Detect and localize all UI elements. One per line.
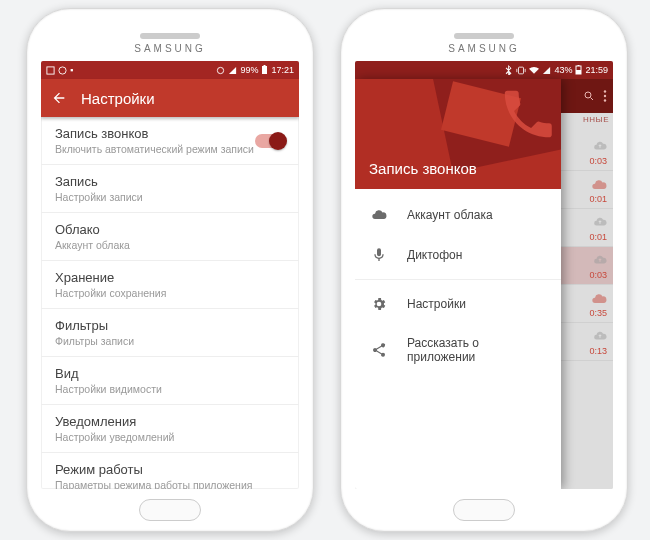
arrow-left-icon <box>51 90 67 106</box>
call-log-row[interactable]: 0:03 <box>559 247 613 285</box>
setting-title: Облако <box>55 222 285 237</box>
appbar: Настройки <box>41 79 299 117</box>
drawer-title: Запись звонков <box>369 160 477 177</box>
call-log-row[interactable]: 0:35 <box>559 285 613 323</box>
statusbar-right-icons: 43% 21:59 <box>505 65 608 75</box>
earpiece <box>140 33 200 39</box>
setting-row[interactable]: Режим работыПараметры режима работы прил… <box>41 453 299 489</box>
svg-point-10 <box>604 90 606 92</box>
settings-list[interactable]: Запись звонковВключить автоматический ре… <box>41 117 299 489</box>
svg-rect-4 <box>264 65 266 66</box>
duration-text: 0:03 <box>589 156 607 166</box>
svg-rect-5 <box>519 67 524 74</box>
setting-subtitle: Настройки уведомлений <box>55 431 285 443</box>
setting-subtitle: Включить автоматический режим записи <box>55 143 285 155</box>
setting-row[interactable]: ОблакоАккаунт облака <box>41 213 299 261</box>
alarm-icon <box>216 66 225 75</box>
screen-right: 43% 21:59 ННЫЕ 0:030:010:010:030:350:13 … <box>355 61 613 489</box>
setting-subtitle: Настройки сохранения <box>55 287 285 299</box>
clock-text: 17:21 <box>271 65 294 75</box>
appbar-title: Настройки <box>81 90 155 107</box>
divider <box>355 279 561 280</box>
share-icon <box>371 342 387 358</box>
call-log-row[interactable]: 0:01 <box>559 171 613 209</box>
svg-point-9 <box>585 92 591 98</box>
setting-title: Запись <box>55 174 285 189</box>
phone-handset-icon <box>497 83 559 145</box>
drawer-item-label: Настройки <box>407 297 466 311</box>
search-icon[interactable] <box>583 90 595 102</box>
statusbar-left-icons: ▪ <box>46 65 73 75</box>
setting-title: Вид <box>55 366 285 381</box>
setting-row[interactable]: ЗаписьНастройки записи <box>41 165 299 213</box>
duration-text: 0:01 <box>589 232 607 242</box>
setting-row[interactable]: ФильтрыФильтры записи <box>41 309 299 357</box>
brand-label: SAMSUNG <box>341 43 627 54</box>
statusbar: ▪ 99% 17:21 <box>41 61 299 79</box>
svg-rect-3 <box>262 66 267 74</box>
notif-icon <box>58 66 67 75</box>
setting-title: Уведомления <box>55 414 285 429</box>
battery-icon <box>575 65 582 75</box>
setting-subtitle: Фильтры записи <box>55 335 285 347</box>
setting-row[interactable]: ВидНастройки видимости <box>41 357 299 405</box>
signal-icon <box>228 66 237 75</box>
call-log-list-background: ННЫЕ 0:030:010:010:030:350:13 <box>559 79 613 489</box>
svg-rect-0 <box>47 66 54 73</box>
duration-text: 0:01 <box>589 194 607 204</box>
cloud-icon <box>371 207 387 223</box>
nav-drawer: Запись звонков Аккаунт облакаДиктофонНас… <box>355 79 561 489</box>
battery-text: 99% <box>240 65 258 75</box>
setting-title: Режим работы <box>55 462 285 477</box>
back-button[interactable] <box>51 90 67 106</box>
call-log-row[interactable]: 0:03 <box>559 133 613 171</box>
gear-icon <box>371 296 387 312</box>
setting-row[interactable]: ХранениеНастройки сохранения <box>41 261 299 309</box>
svg-rect-7 <box>576 70 581 74</box>
drawer-item-label: Диктофон <box>407 248 462 262</box>
setting-subtitle: Аккаунт облака <box>55 239 285 251</box>
svg-point-12 <box>604 99 606 101</box>
call-log-row[interactable]: 0:01 <box>559 209 613 247</box>
notif-icon <box>46 66 55 75</box>
svg-point-2 <box>218 67 224 73</box>
overflow-icon[interactable] <box>603 90 607 102</box>
drawer-item-label: Рассказать о приложении <box>407 336 545 364</box>
phone-frame-left: SAMSUNG ▪ 99% 17:21 Настройки Запись зво… <box>26 8 314 532</box>
wifi-icon <box>529 66 539 75</box>
home-button[interactable] <box>139 499 201 521</box>
brand-label: SAMSUNG <box>27 43 313 54</box>
signal-icon <box>542 66 551 75</box>
svg-point-1 <box>59 66 66 73</box>
battery-icon <box>261 65 268 75</box>
setting-title: Хранение <box>55 270 285 285</box>
toggle-switch[interactable] <box>255 134 285 148</box>
clock-text: 21:59 <box>585 65 608 75</box>
drawer-item[interactable]: Аккаунт облака <box>355 195 561 235</box>
setting-row[interactable]: УведомленияНастройки уведомлений <box>41 405 299 453</box>
setting-title: Запись звонков <box>55 126 285 141</box>
setting-subtitle: Настройки видимости <box>55 383 285 395</box>
drawer-item[interactable]: Диктофон <box>355 235 561 275</box>
drawer-item[interactable]: Настройки <box>355 284 561 324</box>
svg-rect-8 <box>578 65 580 66</box>
duration-text: 0:13 <box>589 346 607 356</box>
appbar-background <box>559 79 613 113</box>
screen-left: ▪ 99% 17:21 Настройки Запись звонковВклю… <box>41 61 299 489</box>
setting-subtitle: Настройки записи <box>55 191 285 203</box>
battery-text: 43% <box>554 65 572 75</box>
phone-frame-right: SAMSUNG 43% 21:59 ННЫЕ 0:030:010:010:030… <box>340 8 628 532</box>
earpiece <box>454 33 514 39</box>
mic-icon <box>371 247 387 263</box>
home-button[interactable] <box>453 499 515 521</box>
call-log-row[interactable]: 0:13 <box>559 323 613 361</box>
drawer-item[interactable]: Рассказать о приложении <box>355 324 561 376</box>
drawer-header: Запись звонков <box>355 79 561 189</box>
duration-text: 0:03 <box>589 270 607 280</box>
statusbar-right-icons: 99% 17:21 <box>216 65 294 75</box>
statusbar: 43% 21:59 <box>355 61 613 79</box>
setting-title: Фильтры <box>55 318 285 333</box>
setting-row[interactable]: Запись звонковВключить автоматический ре… <box>41 117 299 165</box>
duration-text: 0:35 <box>589 308 607 318</box>
bluetooth-icon <box>505 65 513 75</box>
